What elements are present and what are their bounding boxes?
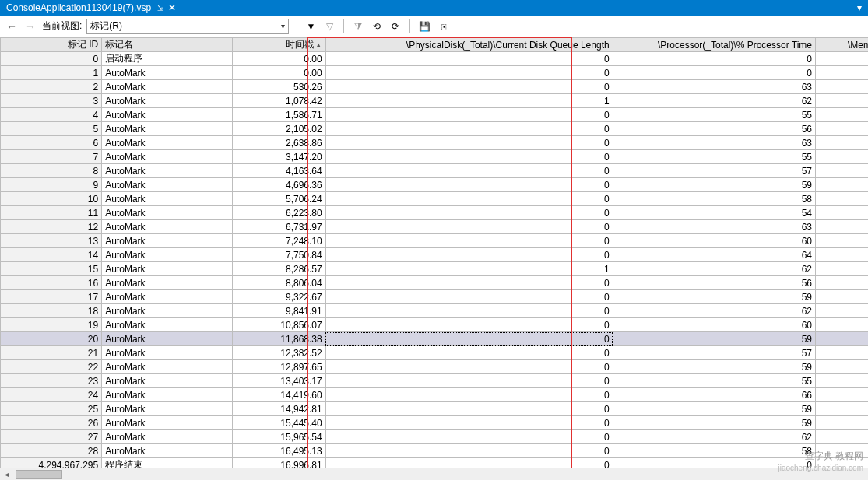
col-header-name[interactable]: 标记名 xyxy=(102,38,233,52)
refresh-left-icon[interactable]: ⟲ xyxy=(371,20,383,33)
table-row[interactable]: 16AutoMark8,806.04056 xyxy=(1,276,869,290)
cell-name[interactable]: AutoMark xyxy=(102,94,233,108)
cell-id[interactable]: 17 xyxy=(1,290,102,304)
table-row[interactable]: 14AutoMark7,750.84064 xyxy=(1,248,869,262)
cell-mem[interactable] xyxy=(816,416,868,430)
cell-disk[interactable]: 0 xyxy=(325,164,613,178)
table-row[interactable]: 25AutoMark14,942.81059 xyxy=(1,402,869,416)
cell-proc[interactable]: 55 xyxy=(613,150,815,164)
cell-disk[interactable]: 0 xyxy=(325,402,613,416)
cell-mem[interactable] xyxy=(816,66,868,80)
cell-proc[interactable]: 54 xyxy=(613,206,815,220)
cell-mem[interactable] xyxy=(816,164,868,178)
table-row[interactable]: 10AutoMark5,706.24058 xyxy=(1,192,869,206)
table-row[interactable]: 15AutoMark8,286.57162 xyxy=(1,262,869,276)
cell-timestamp[interactable]: 15,965.54 xyxy=(233,430,325,444)
table-row[interactable]: 20AutoMark11,868.38059 xyxy=(1,332,869,346)
cell-timestamp[interactable]: 4,163.64 xyxy=(233,164,325,178)
cell-mem[interactable] xyxy=(816,108,868,122)
cell-proc[interactable]: 63 xyxy=(613,136,815,150)
cell-timestamp[interactable]: 14,942.81 xyxy=(233,402,325,416)
cell-disk[interactable]: 1 xyxy=(325,262,613,276)
cell-proc[interactable]: 59 xyxy=(613,360,815,374)
cell-id[interactable]: 6 xyxy=(1,136,102,150)
cell-proc[interactable]: 62 xyxy=(613,94,815,108)
cell-name[interactable]: AutoMark xyxy=(102,346,233,360)
cell-id[interactable]: 23 xyxy=(1,374,102,388)
cell-name[interactable]: AutoMark xyxy=(102,80,233,94)
cell-name[interactable]: AutoMark xyxy=(102,136,233,150)
col-header-proc[interactable]: \Processor(_Total)\% Processor Time xyxy=(613,38,815,52)
cell-mem[interactable] xyxy=(816,332,868,346)
cell-mem[interactable] xyxy=(816,360,868,374)
col-header-mem[interactable]: \Memory\Pages/sec xyxy=(816,38,868,52)
cell-disk[interactable]: 0 xyxy=(325,192,613,206)
cell-timestamp[interactable]: 2,105.02 xyxy=(233,122,325,136)
cell-id[interactable]: 3 xyxy=(1,94,102,108)
cell-mem[interactable] xyxy=(816,206,868,220)
table-row[interactable]: 21AutoMark12,382.52057 xyxy=(1,346,869,360)
cell-timestamp[interactable]: 13,403.17 xyxy=(233,374,325,388)
cell-proc[interactable]: 64 xyxy=(613,248,815,262)
cell-mem[interactable] xyxy=(816,248,868,262)
table-row[interactable]: 3AutoMark1,078.421629 xyxy=(1,94,869,108)
cell-name[interactable]: AutoMark xyxy=(102,150,233,164)
cell-proc[interactable]: 57 xyxy=(613,164,815,178)
cell-id[interactable]: 10 xyxy=(1,192,102,206)
cell-proc[interactable]: 62 xyxy=(613,430,815,444)
cell-mem[interactable] xyxy=(816,318,868,332)
cell-proc[interactable]: 55 xyxy=(613,108,815,122)
cell-disk[interactable]: 0 xyxy=(325,108,613,122)
col-header-id[interactable]: 标记 ID xyxy=(1,38,102,52)
cell-proc[interactable]: 60 xyxy=(613,234,815,248)
cell-disk[interactable]: 0 xyxy=(325,150,613,164)
cell-id[interactable]: 20 xyxy=(1,332,102,346)
filter-icon[interactable]: ▼ xyxy=(304,20,317,33)
scroll-left-arrow[interactable]: ◂ xyxy=(0,470,12,478)
cell-name[interactable]: AutoMark xyxy=(102,206,233,220)
nav-back-button[interactable]: ← xyxy=(5,20,19,33)
cell-proc[interactable]: 57 xyxy=(613,346,815,360)
table-row[interactable]: 11AutoMark6,223.80054 xyxy=(1,206,869,220)
document-tab-title[interactable]: ConsoleApplication1130419(7).vsp xyxy=(3,2,154,13)
cell-id[interactable]: 9 xyxy=(1,178,102,192)
cell-disk[interactable]: 0 xyxy=(325,430,613,444)
table-row[interactable]: 8AutoMark4,163.64057 xyxy=(1,164,869,178)
cell-timestamp[interactable]: 12,897.65 xyxy=(233,360,325,374)
cell-proc[interactable]: 56 xyxy=(613,276,815,290)
cell-proc[interactable]: 59 xyxy=(613,332,815,346)
cell-timestamp[interactable]: 16,495.13 xyxy=(233,444,325,458)
cell-disk[interactable]: 0 xyxy=(325,248,613,262)
cell-name[interactable]: AutoMark xyxy=(102,276,233,290)
table-row[interactable]: 5AutoMark2,105.02056 xyxy=(1,122,869,136)
cell-proc[interactable]: 0 xyxy=(613,52,815,66)
cell-proc[interactable]: 63 xyxy=(613,220,815,234)
cell-timestamp[interactable]: 7,248.10 xyxy=(233,234,325,248)
cell-proc[interactable]: 58 xyxy=(613,444,815,458)
cell-proc[interactable]: 59 xyxy=(613,402,815,416)
cell-disk[interactable]: 0 xyxy=(325,66,613,80)
cell-id[interactable]: 4 xyxy=(1,108,102,122)
cell-proc[interactable]: 59 xyxy=(613,178,815,192)
cell-timestamp[interactable]: 6,731.97 xyxy=(233,220,325,234)
cell-proc[interactable]: 59 xyxy=(613,416,815,430)
table-row[interactable]: 27AutoMark15,965.54062 xyxy=(1,430,869,444)
cell-name[interactable]: AutoMark xyxy=(102,402,233,416)
cell-name[interactable]: AutoMark xyxy=(102,374,233,388)
table-row[interactable]: 23AutoMark13,403.17055 xyxy=(1,374,869,388)
tab-overflow-icon[interactable]: ▾ xyxy=(857,2,862,13)
cell-timestamp[interactable]: 3,147.20 xyxy=(233,150,325,164)
table-row[interactable]: 1AutoMark0.0000 xyxy=(1,66,869,80)
cell-id[interactable]: 5 xyxy=(1,122,102,136)
cell-timestamp[interactable]: 2,638.86 xyxy=(233,136,325,150)
cell-proc[interactable]: 56 xyxy=(613,122,815,136)
table-row[interactable]: 2AutoMark530.2606327 xyxy=(1,80,869,94)
cell-name[interactable]: AutoMark xyxy=(102,332,233,346)
cell-mem[interactable] xyxy=(816,178,868,192)
cell-disk[interactable]: 0 xyxy=(325,374,613,388)
cell-name[interactable]: AutoMark xyxy=(102,388,233,402)
cell-name[interactable]: AutoMark xyxy=(102,122,233,136)
cell-id[interactable]: 2 xyxy=(1,80,102,94)
table-row[interactable]: 22AutoMark12,897.65059 xyxy=(1,360,869,374)
table-row[interactable]: 7AutoMark3,147.20055 xyxy=(1,150,869,164)
